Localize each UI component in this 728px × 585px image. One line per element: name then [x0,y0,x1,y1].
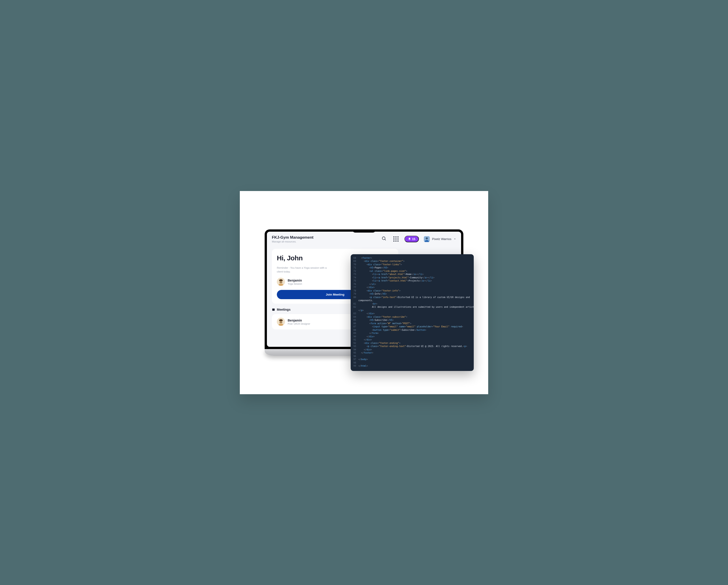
person-sub: Yoga Session [288,283,302,285]
code-body: 68 <footer>69 <div class="footer-contain… [351,257,474,368]
person-info: Benjamin Yoga Session [288,278,302,285]
meeting-sub: Post: UI/UX Designer [288,322,310,325]
notifications-badge[interactable]: 15 [405,236,419,242]
app-title: FKJ-Gym Management [272,235,313,240]
notch [353,230,375,233]
svg-rect-7 [280,282,283,283]
person-avatar [277,278,285,286]
svg-rect-15 [280,322,283,323]
bell-icon [408,238,411,240]
svg-point-0 [382,237,385,240]
avatar [424,236,430,242]
chevron-down-icon [453,238,456,240]
app-subtitle: Manage all resources. [272,240,313,243]
search-button[interactable] [381,235,388,243]
svg-point-3 [426,237,428,239]
meeting-name: Benjamin [288,319,310,322]
code-window: 68 <footer>69 <div class="footer-contain… [351,254,474,371]
svg-rect-9 [272,309,275,309]
apps-grid-button[interactable] [392,236,399,242]
svg-point-14 [279,319,283,321]
notifications-count: 15 [412,237,415,241]
header-actions: 15 Pixelz Warrios [381,235,456,243]
calendar-icon [272,308,275,311]
svg-rect-11 [274,308,274,309]
user-name: Pixelz Warrios [432,237,451,241]
apps-grid-icon [393,236,398,242]
header-title-block: FKJ-Gym Management Manage all resources. [272,235,313,243]
meeting-info: Benjamin Post: UI/UX Designer [288,319,310,325]
person-name: Benjamin [288,278,302,282]
svg-line-1 [385,239,386,240]
header: FKJ-Gym Management Manage all resources.… [272,235,456,243]
user-menu[interactable]: Pixelz Warrios [424,236,456,242]
meeting-avatar [277,318,285,326]
reminder-text: Reminder : You have a Yoga session with … [277,266,329,274]
meetings-title: Meetings [277,308,291,311]
search-icon [382,236,387,241]
svg-point-6 [279,279,283,281]
stage: FKJ-Gym Management Manage all resources.… [240,191,488,394]
